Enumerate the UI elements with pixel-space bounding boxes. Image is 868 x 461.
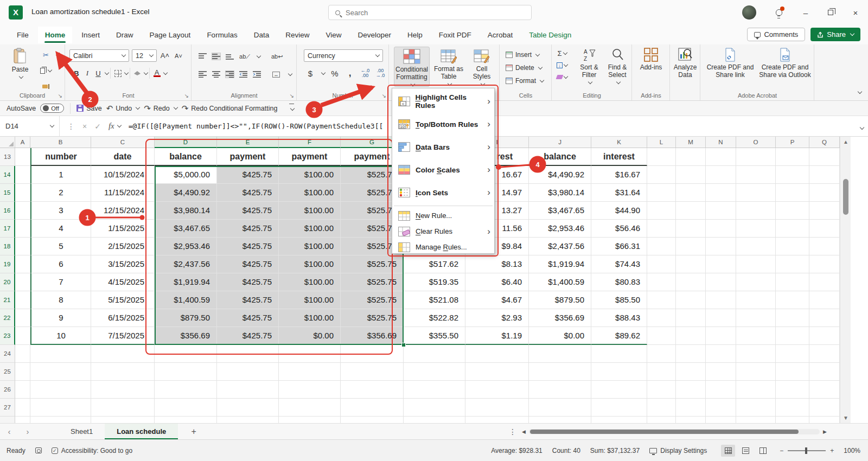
cell[interactable] — [706, 166, 736, 184]
cell[interactable]: 8 — [30, 291, 91, 309]
cell[interactable] — [706, 417, 736, 423]
cell[interactable]: 10/15/2024 — [91, 166, 155, 184]
cell[interactable]: 1/15/2025 — [91, 220, 155, 238]
font-name-select[interactable]: Calibri — [69, 49, 129, 62]
cell[interactable]: $31.64 — [591, 184, 647, 202]
column-header-n[interactable]: N — [706, 137, 736, 148]
cell[interactable] — [647, 148, 676, 166]
cell[interactable]: 5 — [30, 238, 91, 255]
vertical-scrollbar[interactable]: ▲ ▼ — [840, 137, 851, 423]
cell[interactable] — [809, 238, 840, 255]
tab-review[interactable]: Review — [278, 27, 316, 43]
cell[interactable] — [647, 309, 676, 327]
cell[interactable]: $521.08 — [404, 291, 465, 309]
format-cells-button[interactable]: Format — [506, 74, 544, 87]
cell[interactable] — [706, 399, 736, 417]
cell[interactable]: $85.50 — [591, 291, 647, 309]
zoom-level[interactable]: 100% — [844, 447, 860, 454]
cell[interactable]: $2.93 — [465, 309, 529, 327]
merge-center-button[interactable]: ↔ — [271, 68, 282, 80]
wrap-text-button[interactable]: ab↩ — [271, 50, 283, 62]
format-as-table-button[interactable]: Format as Table — [433, 47, 464, 88]
align-bottom-icon[interactable] — [226, 53, 234, 60]
cell[interactable]: $356.69 — [529, 309, 591, 327]
cut-button[interactable]: ✂ — [40, 49, 52, 61]
cell[interactable] — [776, 238, 809, 255]
scroll-left-icon[interactable]: ◀ — [522, 429, 526, 434]
fill-button[interactable]: ↓ — [557, 61, 567, 69]
cell[interactable] — [647, 255, 676, 273]
tab-insert[interactable]: Insert — [74, 27, 107, 43]
sheet-tab-loan-schedule[interactable]: Loan schedule — [105, 424, 178, 440]
cell-styles-button[interactable]: Cell Styles — [467, 47, 497, 88]
cell[interactable] — [776, 220, 809, 238]
collapse-ribbon-button[interactable] — [857, 88, 861, 96]
cell[interactable] — [30, 381, 91, 399]
cell[interactable] — [529, 399, 591, 417]
share-button[interactable]: Share — [810, 28, 860, 41]
cell[interactable]: $3,980.14 — [155, 202, 217, 220]
borders-button[interactable] — [112, 67, 123, 79]
cell[interactable]: $1,919.94 — [155, 273, 217, 291]
cell[interactable]: 2/15/2025 — [91, 238, 155, 255]
menu-item-top-bottom-rules[interactable]: 10Top/Bottom Rules› — [392, 113, 494, 136]
menu-item-icon-sets[interactable]: Icon Sets› — [392, 181, 494, 204]
cell[interactable]: $16.67 — [591, 166, 647, 184]
create-pdf-outlook-button[interactable]: Create PDF and Share via Outlook — [758, 48, 812, 79]
scroll-up-icon[interactable]: ▲ — [840, 139, 851, 145]
tab-formulas[interactable]: Formulas — [200, 27, 244, 43]
cell[interactable] — [15, 327, 30, 345]
cell[interactable] — [279, 381, 341, 399]
cell[interactable] — [341, 381, 404, 399]
cell[interactable] — [15, 220, 30, 238]
page-layout-view-button[interactable] — [738, 445, 752, 457]
cell[interactable] — [155, 417, 217, 423]
cell[interactable] — [676, 345, 706, 363]
column-header-f[interactable]: F — [279, 137, 341, 148]
column-header-a[interactable]: A — [15, 137, 30, 148]
alignment-dialog-launcher[interactable]: ↘ — [290, 93, 294, 99]
cell[interactable] — [776, 381, 809, 399]
cell[interactable] — [465, 417, 529, 423]
cell[interactable] — [809, 220, 840, 238]
cell[interactable] — [341, 399, 404, 417]
cell[interactable] — [404, 399, 465, 417]
cell[interactable] — [15, 309, 30, 327]
font-dialog-launcher[interactable]: ↘ — [184, 93, 189, 99]
cell[interactable] — [706, 202, 736, 220]
cell[interactable] — [736, 399, 776, 417]
row-header-18[interactable]: 18 — [0, 238, 15, 255]
cell[interactable]: $100.00 — [279, 309, 341, 327]
cell[interactable]: 12/15/2024 — [91, 202, 155, 220]
cell[interactable] — [706, 309, 736, 327]
cell[interactable] — [404, 345, 465, 363]
confirm-entry-button[interactable]: ✓ — [94, 122, 101, 131]
decrease-indent-icon[interactable] — [239, 71, 247, 78]
cell[interactable] — [676, 220, 706, 238]
cell[interactable] — [706, 255, 736, 273]
paste-button[interactable]: Paste — [8, 48, 33, 81]
cell[interactable] — [155, 381, 217, 399]
cell[interactable] — [776, 273, 809, 291]
cell[interactable]: $0.00 — [529, 327, 591, 345]
cell[interactable] — [155, 399, 217, 417]
cell[interactable] — [15, 238, 30, 255]
cell[interactable] — [776, 184, 809, 202]
analyze-data-button[interactable]: Analyze Data — [672, 48, 699, 79]
cell[interactable]: $66.31 — [591, 238, 647, 255]
cell[interactable] — [706, 220, 736, 238]
cell[interactable] — [15, 202, 30, 220]
cell[interactable] — [776, 399, 809, 417]
active-cell-D14[interactable]: $5,000.00 — [155, 166, 217, 184]
cell[interactable] — [706, 291, 736, 309]
cell[interactable]: $356.69 — [155, 327, 217, 345]
cell[interactable] — [279, 345, 341, 363]
cell[interactable]: $425.75 — [217, 238, 279, 255]
number-format-select[interactable]: Currency — [304, 49, 383, 62]
cell[interactable] — [647, 291, 676, 309]
cell[interactable] — [706, 238, 736, 255]
cell[interactable] — [647, 399, 676, 417]
cell[interactable] — [529, 345, 591, 363]
cell[interactable] — [776, 345, 809, 363]
cell[interactable]: $100.00 — [279, 184, 341, 202]
